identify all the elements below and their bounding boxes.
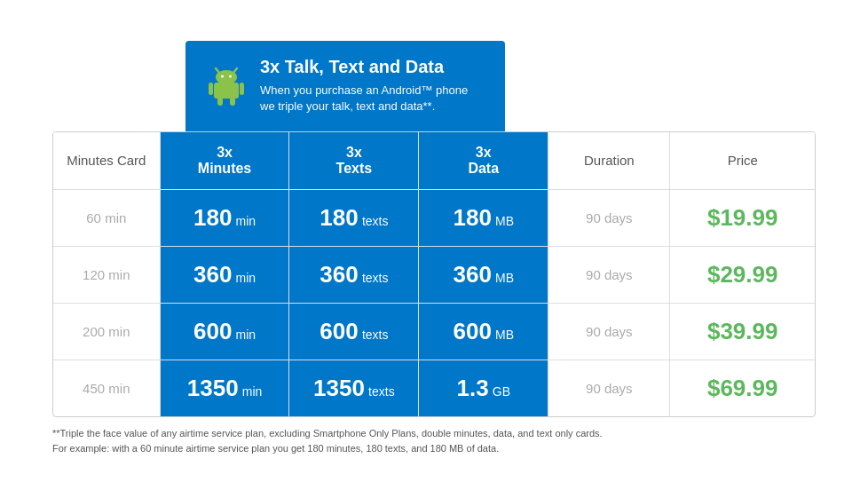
- cell-minutes-2: 600 min: [160, 303, 289, 360]
- cell-data-unit-3: GB: [493, 384, 510, 399]
- cell-data-unit-2: MB: [495, 328, 514, 342]
- header-3x-data-line1: 3x: [476, 145, 492, 160]
- cell-minutes-num-3: 1350: [187, 375, 239, 401]
- svg-rect-6: [209, 83, 213, 95]
- svg-rect-7: [240, 83, 244, 95]
- footnote: **Triple the face value of any airtime s…: [52, 426, 816, 457]
- cell-duration-0: 90 days: [548, 189, 670, 246]
- cell-data-num-3: 1.3: [456, 375, 488, 401]
- svg-rect-8: [217, 97, 223, 106]
- cell-texts-num-0: 180: [320, 204, 358, 231]
- cell-texts-2: 600 texts: [289, 303, 419, 360]
- table-row: 450 min 1350 min 1350 texts 1.3 GB 90 da…: [53, 360, 815, 416]
- main-container: 3x Talk, Text and Data When you purchase…: [52, 41, 816, 457]
- cell-minutes-unit-1: min: [236, 271, 256, 285]
- header-area: 3x Talk, Text and Data When you purchase…: [185, 41, 816, 130]
- header-minutes-card: Minutes Card: [53, 132, 160, 190]
- promo-text: 3x Talk, Text and Data When you purchase…: [260, 57, 485, 115]
- android-icon: [205, 65, 248, 107]
- header-3x-data-line2: Data: [468, 161, 499, 176]
- header-3x-texts-line1: 3x: [346, 145, 362, 160]
- cell-data-unit-0: MB: [495, 214, 514, 228]
- cell-minutes-num-2: 600: [193, 318, 232, 344]
- cell-data-unit-1: MB: [495, 271, 514, 285]
- cell-texts-3: 1350 texts: [289, 360, 419, 416]
- cell-price-3: $69.99: [670, 360, 815, 416]
- promo-description: When you purchase an Android™ phone we t…: [260, 83, 485, 115]
- header-3x-minutes-line1: 3x: [217, 145, 233, 160]
- cell-minutes-num-1: 360: [193, 261, 232, 288]
- cell-data-num-1: 360: [453, 261, 491, 288]
- svg-rect-9: [230, 97, 235, 106]
- cell-data-2: 600 MB: [419, 303, 548, 360]
- cell-minutes-1: 360 min: [160, 246, 289, 303]
- cell-duration-3: 90 days: [548, 360, 670, 416]
- table-row: 60 min 180 min 180 texts 180 MB 90 days …: [53, 189, 815, 246]
- cell-texts-unit-1: texts: [362, 271, 389, 285]
- cell-texts-unit-0: texts: [362, 214, 389, 228]
- pricing-table: Minutes Card 3xMinutes 3xTexts 3xData Du…: [53, 132, 815, 416]
- pricing-table-wrapper: Minutes Card 3xMinutes 3xTexts 3xData Du…: [52, 131, 816, 417]
- svg-point-3: [221, 75, 224, 77]
- cell-card-1: 120 min: [53, 246, 160, 303]
- header-3x-minutes-line2: Minutes: [198, 161, 251, 176]
- cell-minutes-0: 180 min: [160, 189, 289, 246]
- cell-data-1: 360 MB: [419, 246, 548, 303]
- cell-price-2: $39.99: [670, 303, 815, 360]
- cell-texts-num-3: 1350: [313, 375, 365, 401]
- cell-texts-unit-2: texts: [362, 328, 389, 342]
- header-3x-texts: 3xTexts: [289, 132, 419, 190]
- cell-price-0: $19.99: [670, 189, 815, 246]
- cell-minutes-unit-2: min: [236, 328, 256, 342]
- footnote-line1: **Triple the face value of any airtime s…: [52, 426, 816, 442]
- promo-title: 3x Talk, Text and Data: [260, 57, 485, 77]
- cell-texts-num-1: 360: [320, 261, 358, 288]
- footnote-line2: For example: with a 60 minute airtime se…: [52, 441, 816, 457]
- cell-texts-unit-3: texts: [368, 384, 395, 399]
- svg-point-2: [216, 70, 237, 84]
- cell-minutes-unit-3: min: [242, 384, 263, 399]
- cell-card-3: 450 min: [53, 360, 160, 416]
- cell-texts-num-2: 600: [320, 318, 358, 344]
- cell-data-3: 1.3 GB: [419, 360, 548, 416]
- header-duration: Duration: [548, 132, 670, 190]
- svg-point-4: [229, 75, 232, 77]
- cell-duration-2: 90 days: [548, 303, 670, 360]
- header-price: Price: [670, 132, 815, 190]
- table-header-row: Minutes Card 3xMinutes 3xTexts 3xData Du…: [53, 132, 815, 190]
- table-row: 200 min 600 min 600 texts 600 MB 90 days…: [53, 303, 815, 360]
- header-3x-texts-line2: Texts: [336, 161, 373, 176]
- cell-card-0: 60 min: [53, 189, 160, 246]
- cell-card-2: 200 min: [53, 303, 160, 360]
- cell-data-num-2: 600: [453, 318, 491, 344]
- cell-data-0: 180 MB: [419, 189, 548, 246]
- table-row: 120 min 360 min 360 texts 360 MB 90 days…: [53, 246, 815, 303]
- promo-box: 3x Talk, Text and Data When you purchase…: [185, 41, 505, 130]
- cell-data-num-0: 180: [453, 204, 491, 231]
- cell-minutes-3: 1350 min: [160, 360, 289, 416]
- cell-duration-1: 90 days: [548, 246, 670, 303]
- cell-texts-0: 180 texts: [289, 189, 419, 246]
- header-3x-data: 3xData: [419, 132, 548, 190]
- cell-price-1: $29.99: [670, 246, 815, 303]
- cell-texts-1: 360 texts: [289, 246, 419, 303]
- svg-rect-5: [214, 83, 239, 99]
- header-3x-minutes: 3xMinutes: [160, 132, 289, 190]
- cell-minutes-num-0: 180: [193, 204, 232, 231]
- cell-minutes-unit-0: min: [236, 214, 256, 228]
